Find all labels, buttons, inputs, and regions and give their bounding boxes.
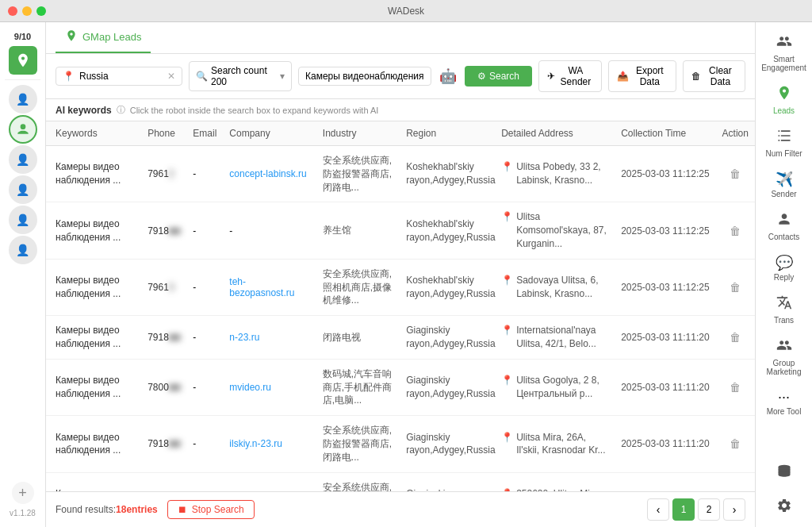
leads-tool[interactable]: Leads <box>759 80 810 120</box>
phone-cell: 79613 <box>141 259 186 315</box>
svg-point-0 <box>20 124 25 129</box>
search-button[interactable]: ⚙ Search <box>465 66 532 87</box>
next-page-button[interactable]: › <box>723 498 745 521</box>
count-label: Search count 200 <box>211 65 277 87</box>
group-marketing-label: Group Marketing <box>762 359 806 376</box>
company-cell: n-23.ru <box>223 316 316 360</box>
company-link[interactable]: n-23.ru <box>229 332 259 343</box>
location-input[interactable] <box>79 71 163 82</box>
avatar-1[interactable]: 👤 <box>9 85 37 113</box>
keyword-cell: Камеры видео наблюдения ... <box>46 259 141 315</box>
settings-tool[interactable] <box>759 493 810 521</box>
phone-cell: 7928■■ <box>141 472 186 491</box>
company-link[interactable]: mvideo.ru <box>229 382 271 393</box>
email-cell: - <box>186 202 223 259</box>
address-text: Ulitsa Komsomol'skaya, 87, Kurganin... <box>516 210 608 250</box>
database-icon <box>776 464 792 482</box>
clear-button[interactable]: 🗑 Clear Data <box>683 60 745 92</box>
prev-page-button[interactable]: ‹ <box>647 498 669 521</box>
col-keywords: Keywords <box>46 121 141 146</box>
location-icon: 📍 <box>63 71 75 82</box>
clear-icon[interactable]: ✕ <box>167 71 175 82</box>
contacts-icon <box>776 211 792 231</box>
time-cell: 2025-03-03 11:11:20 <box>615 416 715 472</box>
delete-button[interactable]: 🗑 <box>726 434 744 453</box>
pin-icon: 📍 <box>501 210 513 224</box>
col-address: Detailed Address <box>495 121 615 146</box>
address-cell: 📍 Ulitsa Pobedy, 33 2, Labinsk, Krasno..… <box>495 146 615 202</box>
sender-tool[interactable]: ✈️ Sender <box>759 166 810 203</box>
avatar-3[interactable]: 👤 <box>9 145 37 174</box>
tab-gmap-leads[interactable]: GMap Leads <box>56 22 151 53</box>
col-email: Email <box>186 121 223 146</box>
found-count: 18entries <box>116 504 158 515</box>
avatar-2[interactable] <box>9 115 37 144</box>
more-tool[interactable]: ··· More Tool <box>759 384 810 421</box>
avatar-5[interactable]: 👤 <box>9 206 37 234</box>
region-cell: Giaginskiy rayon,Adygey,Russia <box>400 416 495 472</box>
ai-keywords-bar: AI keywords ⓘ Click the robot inside the… <box>46 99 755 121</box>
delete-button[interactable]: 🗑 <box>726 378 744 397</box>
window-controls[interactable] <box>8 6 46 16</box>
send-icon: ✈ <box>547 71 555 82</box>
trans-tool[interactable]: Trans <box>759 290 810 329</box>
search-label: Search <box>489 71 519 82</box>
page-2-button[interactable]: 2 <box>698 498 720 521</box>
more-icon: ··· <box>778 389 790 406</box>
wa-sender-button[interactable]: ✈ WA Sender <box>538 60 602 92</box>
maximize-button[interactable] <box>36 6 46 16</box>
delete-button[interactable]: 🗑 <box>726 328 744 347</box>
company-link[interactable]: ilskiy.n-23.ru <box>229 438 282 449</box>
left-sidebar: 9/10 👤 👤 👤 👤 👤 + v1.1.28 <box>0 22 46 527</box>
table-row: Камеры видео наблюдения ... 7918■■ - - 养… <box>46 202 755 259</box>
location-input-wrapper[interactable]: 📍 ✕ <box>56 67 182 86</box>
info-icon: ⓘ <box>117 104 125 116</box>
minimize-button[interactable] <box>22 6 32 16</box>
time-cell: 2025-03-03 11:12:25 <box>615 202 715 259</box>
clear-label: Clear Data <box>704 65 737 87</box>
num-filter-tool[interactable]: Num Filter <box>759 123 810 163</box>
phone-cell: 7800■■ <box>141 359 186 415</box>
table-row: Камеры видео наблюдения ... 7918■■ - n-2… <box>46 316 755 360</box>
phone-cell: 7918■■ <box>141 316 186 360</box>
reply-tool[interactable]: 💬 Reply <box>759 249 810 287</box>
group-marketing-tool[interactable]: Group Marketing <box>759 333 810 381</box>
delete-button[interactable]: 🗑 <box>726 164 744 183</box>
close-button[interactable] <box>8 6 17 16</box>
address-text: Ulitsa Gogolya, 2 8, Центральный р... <box>516 374 608 401</box>
export-button[interactable]: 📤 Export Data <box>608 60 676 92</box>
company-cell: teh-bezopasnost.ru <box>223 259 316 315</box>
smart-engagement-icon <box>776 33 792 53</box>
time-cell: 2025-03-03 11:12:25 <box>615 146 715 202</box>
stop-search-button[interactable]: ⏹ Stop Search <box>167 500 255 519</box>
count-select[interactable]: 🔍 Search count 200 ▾ <box>189 61 292 91</box>
company-link[interactable]: concept-labinsk.ru <box>229 168 306 179</box>
database-tool[interactable] <box>759 459 810 487</box>
smart-engagement-tool[interactable]: Smart Engagement <box>759 29 810 77</box>
avatar-6[interactable]: 👤 <box>9 236 37 264</box>
robot-button[interactable]: 🤖 <box>438 66 458 87</box>
add-account-button[interactable]: + <box>12 482 34 504</box>
avatar-4[interactable]: 👤 <box>9 175 37 204</box>
region-cell: Giaginskiy rayon,Adygey,Russia <box>400 316 495 360</box>
region-cell: Giaginskiy rayon,Adygey,Russia <box>400 472 495 491</box>
sender-label: Sender <box>771 190 796 198</box>
industry-cell: 安全系统供应商,照相机商店,摄像机维修... <box>316 259 400 315</box>
col-action: Action <box>716 121 755 146</box>
keyword-input[interactable] <box>298 67 431 86</box>
found-label: Found results:18entries <box>56 504 158 515</box>
contacts-tool[interactable]: Contacts <box>759 206 810 246</box>
delete-button[interactable]: 🗑 <box>726 221 744 240</box>
delete-button[interactable]: 🗑 <box>726 278 744 297</box>
pagination: ‹ 1 2 › <box>647 498 745 521</box>
tab-label: GMap Leads <box>82 31 141 43</box>
company-cell: mvideo.ru <box>223 359 316 415</box>
contacts-label: Contacts <box>768 233 799 241</box>
leads-label: Leads <box>773 106 795 115</box>
industry-cell: 安全系统供应商,防盗报警器商店,闭路电... <box>316 146 400 202</box>
phone-cell: 7918■■ <box>141 416 186 472</box>
page-1-button[interactable]: 1 <box>672 498 695 521</box>
company-link[interactable]: teh-bezopasnost.ru <box>229 276 294 298</box>
footer: Found results:18entries ⏹ Stop Search ‹ … <box>46 491 755 527</box>
col-industry: Industry <box>316 121 400 146</box>
